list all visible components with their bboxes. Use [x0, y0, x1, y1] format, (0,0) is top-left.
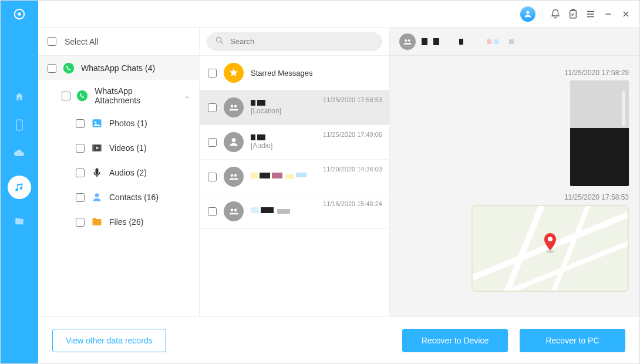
svg-point-19 [234, 174, 237, 177]
sidebar-item-audios[interactable]: Audios (2) [38, 160, 199, 185]
nav-phone-icon[interactable] [14, 119, 25, 131]
checkbox[interactable] [208, 138, 217, 147]
sidebar-item-label: Files (26) [109, 217, 143, 227]
group-avatar-icon [224, 167, 244, 187]
menu-icon[interactable] [585, 9, 596, 19]
sidebar-item-files[interactable]: Files (26) [38, 210, 199, 234]
select-all-row[interactable]: Select All [38, 28, 199, 56]
recover-to-device-button[interactable]: Recover to Device [402, 329, 508, 352]
category-panel: Select All WhatsApp Chats (4) WhatsApp A… [38, 28, 200, 316]
whatsapp-icon [76, 89, 89, 102]
view-other-records-button[interactable]: View other data records [52, 329, 166, 352]
checkbox[interactable] [48, 64, 56, 73]
checkbox[interactable] [76, 119, 85, 128]
chat-title [251, 173, 381, 181]
checkbox[interactable] [208, 207, 217, 216]
sidebar-item-label: Contacts (16) [109, 193, 159, 202]
search-input-wrapper[interactable] [207, 32, 382, 51]
svg-point-14 [217, 37, 221, 42]
checkbox[interactable] [76, 144, 85, 153]
svg-point-5 [63, 63, 74, 73]
svg-rect-11 [100, 144, 102, 151]
sidebar-item-contacts[interactable]: Contacts (16) [38, 185, 199, 210]
chat-timestamp: 11/25/2020 17:49:06 [323, 131, 382, 138]
nav-cloud-icon[interactable] [14, 147, 25, 159]
chat-timestamp: 11/25/2020 17:58:53 [323, 96, 382, 103]
nav-music-icon[interactable] [8, 176, 31, 199]
sidebar-item-whatsapp-chats[interactable]: WhatsApp Chats (4) [38, 56, 199, 80]
chat-timestamp: 11/16/2020 15:46:24 [323, 200, 382, 207]
videos-icon [90, 141, 103, 154]
app-logo-icon [13, 8, 26, 23]
left-navbar [1, 1, 38, 363]
search-icon [215, 36, 224, 48]
sidebar-item-videos[interactable]: Videos (1) [38, 136, 199, 160]
message-timestamp: 11/25/2020 17:58:53 [564, 193, 629, 201]
footer: View other data records Recover to Devic… [38, 316, 639, 363]
message-map[interactable] [471, 205, 629, 292]
checkbox[interactable] [208, 103, 217, 112]
nav-home-icon[interactable] [14, 91, 25, 103]
svg-point-22 [405, 39, 407, 42]
svg-point-17 [232, 138, 236, 142]
svg-point-16 [234, 105, 237, 108]
star-icon [224, 63, 244, 83]
svg-point-24 [546, 250, 554, 253]
svg-rect-10 [93, 144, 95, 151]
user-avatar-icon[interactable] [520, 6, 535, 22]
recover-to-pc-button[interactable]: Recover to PC [520, 329, 625, 352]
message-timestamp: 11/25/2020 17:58:29 [564, 69, 629, 77]
sidebar-item-label: WhatsApp Attachments [95, 86, 178, 105]
close-icon[interactable] [621, 9, 631, 19]
sidebar-item-whatsapp-attachments[interactable]: WhatsApp Attachments ⌄ [38, 80, 199, 111]
nav-folder-icon[interactable] [14, 215, 25, 227]
chat-subtitle: [Audio] [251, 141, 381, 150]
svg-point-8 [95, 122, 96, 123]
message-photo[interactable] [570, 80, 629, 186]
svg-point-18 [231, 174, 234, 177]
minimize-icon[interactable] [603, 9, 614, 19]
checkbox[interactable] [208, 173, 217, 181]
group-avatar-icon [224, 132, 244, 152]
photos-icon [90, 117, 103, 130]
sidebar-item-photos[interactable]: Photos (1) [38, 111, 199, 136]
svg-point-25 [548, 237, 553, 241]
whatsapp-icon [62, 62, 75, 75]
checkbox[interactable] [76, 168, 85, 177]
sidebar-item-label: Videos (1) [109, 143, 147, 153]
svg-point-1 [18, 12, 21, 16]
select-all-checkbox[interactable] [48, 37, 56, 46]
group-avatar-icon [399, 33, 416, 50]
chevron-down-icon: ⌄ [184, 92, 190, 100]
checkbox[interactable] [208, 69, 217, 77]
svg-rect-2 [16, 120, 22, 130]
select-all-label: Select All [65, 37, 99, 46]
svg-point-15 [231, 105, 234, 108]
chat-list-panel: Starred Messages [Location]11/25/2020 17… [200, 28, 390, 316]
conversation-body[interactable]: 11/25/2020 17:58:29 11/25/2020 17:58:53 [390, 56, 639, 316]
clipboard-icon[interactable] [568, 9, 578, 19]
checkbox[interactable] [76, 218, 85, 227]
search-input[interactable] [230, 37, 374, 46]
svg-point-3 [526, 11, 529, 14]
chat-item[interactable]: 11/16/2020 15:46:24 [200, 194, 389, 229]
svg-point-13 [95, 193, 99, 197]
chat-item[interactable]: [Audio]11/25/2020 17:49:06 [200, 125, 389, 160]
chat-title: Starred Messages [251, 69, 381, 77]
chat-item[interactable]: 11/20/2020 14:36:03 [200, 160, 389, 194]
bell-icon[interactable] [550, 9, 561, 19]
chat-subtitle: [Location] [251, 107, 381, 115]
checkbox[interactable] [76, 193, 85, 202]
chat-item-starred[interactable]: Starred Messages [200, 56, 389, 90]
conversation-header [390, 28, 639, 56]
person-avatar-icon [224, 201, 244, 221]
contacts-icon [90, 191, 103, 204]
svg-rect-12 [96, 168, 99, 174]
checkbox[interactable] [62, 92, 70, 100]
sidebar-item-label: Audios (2) [109, 168, 147, 177]
svg-point-23 [408, 39, 410, 42]
chat-item[interactable]: [Location]11/25/2020 17:58:53 [200, 90, 389, 125]
group-avatar-icon [224, 97, 244, 117]
chat-title [251, 207, 381, 216]
map-pin-icon [542, 233, 558, 257]
